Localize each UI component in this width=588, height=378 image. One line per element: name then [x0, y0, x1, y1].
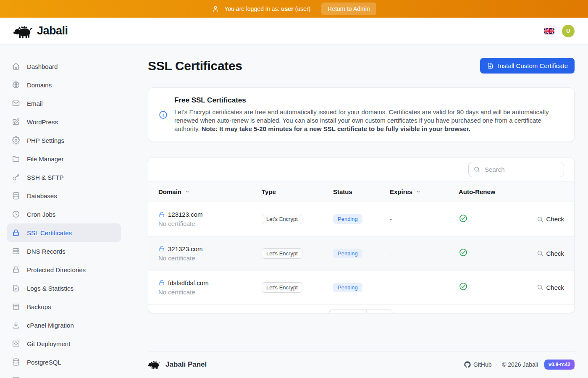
column-header-status: Status [333, 188, 390, 195]
expires-value: - [390, 250, 459, 257]
sidebar-item-wordpress[interactable]: WordPress [7, 113, 121, 131]
github-icon [464, 361, 471, 368]
sidebar-item-file-manager[interactable]: File Manager [7, 150, 121, 168]
sidebar-item-label: SSH & SFTP [27, 174, 64, 181]
unlock-icon [158, 245, 165, 252]
copyright-text: © 2026 Jabali [502, 361, 538, 368]
main-content: SSL Certificates Install Custom Certific… [134, 45, 588, 378]
auto-renew-toggle[interactable] [459, 248, 526, 259]
check-button[interactable]: Check [537, 215, 564, 223]
github-link[interactable]: GitHub [464, 361, 492, 368]
per-page-select[interactable]: Per page 10 [328, 310, 394, 314]
sidebar-item-ssl-certificates[interactable]: SSL Certificates [7, 223, 121, 242]
chevron-down-icon [184, 189, 190, 194]
sidebar-item-php-settings[interactable]: PHP Settings [7, 131, 121, 150]
certificate-status-text: No certificate [158, 220, 262, 227]
sidebar-item-cron-jobs[interactable]: Cron Jobs [7, 205, 121, 223]
page-footer: Jabali Panel GitHub · © 2026 Jabali v0.9… [148, 352, 575, 378]
sidebar-item-cpanel-migration[interactable]: cPanel Migration [7, 316, 121, 334]
info-card: Free SSL Certificates Let's Encrypt cert… [148, 87, 575, 142]
status-badge: Pending [333, 249, 362, 258]
info-icon [158, 110, 168, 120]
server-icon [12, 247, 20, 255]
sidebar-item-label: File Manager [27, 155, 64, 163]
domain-cell: 321323.comNo certificate [158, 245, 262, 262]
user-avatar[interactable]: U [562, 25, 575, 37]
expires-value: - [390, 284, 459, 291]
sidebar-item-label: DNS Records [27, 248, 66, 255]
column-header-expires[interactable]: Expires [390, 188, 459, 195]
home-icon [12, 62, 20, 71]
type-badge: Let's Encrypt [262, 214, 302, 224]
sidebar-item-label: PHP Settings [27, 137, 64, 144]
sidebar-item-domains[interactable]: Domains [7, 76, 121, 94]
domain-name[interactable]: 321323.com [168, 245, 203, 252]
check-circle-icon [459, 214, 468, 223]
sidebar-item-partial[interactable] [7, 371, 121, 378]
chevron-down-icon [415, 189, 421, 194]
return-to-admin-button[interactable]: Return to Admin [321, 3, 376, 15]
user-icon [212, 5, 219, 13]
auto-renew-toggle[interactable] [459, 282, 526, 293]
app-header: Jabali U [0, 18, 588, 45]
domain-cell: 123123.comNo certificate [158, 211, 262, 227]
clock-icon [12, 210, 20, 218]
sidebar-item-ssh-sftp[interactable]: SSH & SFTP [7, 168, 121, 186]
file-text-icon [12, 284, 20, 292]
per-page-label: Per page [329, 310, 367, 314]
certificates-table-card: DomainTypeStatusExpiresAuto-Renew 123123… [148, 157, 575, 313]
sidebar-item-protected-directories[interactable]: Protected Directories [7, 260, 121, 279]
info-card-body: Let's Encrypt certificates are free and … [174, 108, 563, 133]
sidebar-item-postgresql[interactable]: PostgreSQL [7, 353, 121, 371]
sidebar-item-logs-statistics[interactable]: Logs & Statistics [7, 279, 121, 297]
database-icon [12, 192, 20, 200]
type-badge: Let's Encrypt [262, 282, 302, 293]
box-icon [12, 302, 20, 311]
gear-icon [12, 136, 20, 144]
table-row: fdsfsdfdsf.comNo certificateLet's Encryp… [148, 270, 574, 304]
lock-icon [12, 228, 20, 237]
search-icon [537, 250, 543, 257]
sidebar-item-backups[interactable]: Backups [7, 297, 121, 316]
column-label: Type [262, 188, 276, 195]
sidebar-item-label: Protected Directories [27, 266, 86, 273]
column-header-auto-renew: Auto-Renew [459, 188, 526, 195]
database-icon [12, 376, 20, 378]
sidebar-item-label: Email [27, 100, 43, 107]
unlock-icon [158, 211, 165, 218]
sidebar-item-git-deployment[interactable]: Git Deployment [7, 334, 121, 353]
page-title: SSL Certificates [148, 59, 242, 73]
auto-renew-toggle[interactable] [459, 214, 526, 225]
language-flag-uk-icon[interactable] [544, 28, 554, 34]
download-icon [12, 321, 20, 329]
check-button[interactable]: Check [537, 250, 564, 257]
install-custom-certificate-button[interactable]: Install Custom Certificate [480, 58, 575, 74]
sidebar-item-dns-records[interactable]: DNS Records [7, 242, 121, 260]
sidebar-item-label: cPanel Migration [27, 322, 74, 329]
search-input[interactable] [468, 162, 564, 177]
domain-name[interactable]: fdsfsdfdsf.com [168, 279, 209, 286]
sidebar-item-databases[interactable]: Databases [7, 186, 121, 205]
sidebar-item-label: Backups [27, 303, 51, 310]
brand-logo[interactable]: Jabali [13, 24, 68, 39]
footer-separator: · [496, 361, 498, 368]
status-badge: Pending [333, 214, 362, 224]
column-header-domain[interactable]: Domain [158, 188, 262, 195]
check-circle-icon [459, 282, 468, 291]
search-icon [537, 284, 543, 291]
sidebar-item-email[interactable]: Email [7, 94, 121, 113]
table-row: 321323.comNo certificateLet's EncryptPen… [148, 236, 574, 270]
sidebar-item-dashboard[interactable]: Dashboard [7, 57, 121, 76]
sidebar-item-label: PostgreSQL [27, 359, 61, 366]
unlock-icon [158, 279, 165, 286]
check-label: Check [546, 215, 564, 223]
banner-role: (user) [295, 5, 311, 12]
status-badge: Pending [333, 283, 362, 292]
check-button[interactable]: Check [537, 284, 564, 291]
table-row: 123123.comNo certificateLet's EncryptPen… [148, 202, 574, 236]
brand-name: Jabali [37, 24, 68, 37]
domain-name[interactable]: 123123.com [168, 211, 203, 218]
version-badge: v0.9-rc42 [544, 360, 575, 370]
sidebar-item-label: Domains [27, 81, 52, 89]
lock-icon [12, 265, 20, 274]
